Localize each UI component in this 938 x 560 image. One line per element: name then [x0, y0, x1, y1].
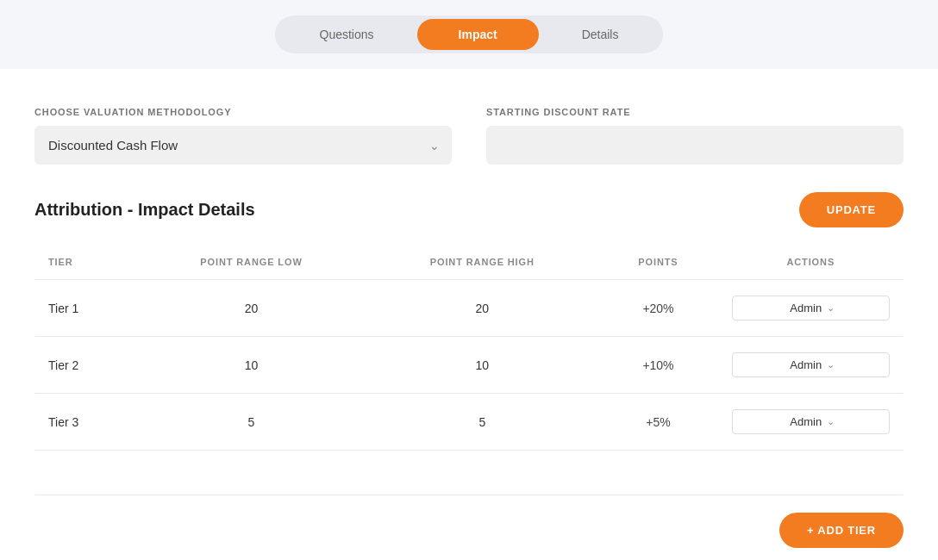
tier-1-action-cell: Admin ⌄ [718, 280, 904, 337]
table-row: Tier 1 20 20 +20% Admin ⌄ [34, 280, 904, 337]
update-button[interactable]: UPDATE [799, 192, 904, 227]
methodology-label: CHOOSE VALUATION METHODOLOGY [34, 107, 452, 117]
discount-rate-field-group: STARTING DISCOUNT RATE [486, 107, 904, 165]
tier-3-point-low: 5 [137, 394, 366, 451]
bottom-row: + ADD TIER [34, 495, 904, 557]
tier-3-action-cell: Admin ⌄ [718, 394, 904, 451]
tier-1-point-high: 20 [366, 280, 598, 337]
col-header-points: POINTS [598, 248, 717, 280]
tier-3-name: Tier 3 [34, 394, 137, 451]
tab-group: Questions Impact Details [275, 16, 664, 53]
tier-1-point-low: 20 [137, 280, 366, 337]
col-header-point-range-low: POINT RANGE LOW [137, 248, 366, 280]
tier-1-admin-select[interactable]: Admin ⌄ [732, 296, 890, 320]
add-tier-button[interactable]: + ADD TIER [779, 513, 904, 548]
tier-3-point-high: 5 [366, 394, 598, 451]
main-content: CHOOSE VALUATION METHODOLOGY Discounted … [0, 69, 938, 560]
tier-2-point-low: 10 [137, 337, 366, 394]
col-header-point-range-high: POINT RANGE HIGH [366, 248, 598, 280]
discount-rate-label: STARTING DISCOUNT RATE [486, 107, 904, 117]
empty-cell-5 [718, 451, 904, 495]
tab-questions[interactable]: Questions [278, 19, 416, 50]
valuation-row: CHOOSE VALUATION METHODOLOGY Discounted … [34, 90, 904, 165]
table-row: Tier 2 10 10 +10% Admin ⌄ [34, 337, 904, 394]
chevron-down-icon: ⌄ [827, 302, 835, 314]
empty-cell-4 [598, 451, 717, 495]
empty-cell-1 [34, 451, 137, 495]
empty-cell-2 [137, 451, 366, 495]
tab-impact[interactable]: Impact [417, 19, 539, 50]
table-body: Tier 1 20 20 +20% Admin ⌄ Tier 2 10 10 +… [34, 280, 904, 495]
tier-2-admin-select[interactable]: Admin ⌄ [732, 352, 890, 377]
tier-2-admin-label: Admin [790, 358, 822, 371]
chevron-down-icon: ⌄ [827, 416, 835, 427]
tier-3-points: +5% [598, 394, 717, 451]
tier-1-admin-label: Admin [790, 302, 822, 314]
section-header: Attribution - Impact Details UPDATE [34, 192, 904, 227]
chevron-down-icon: ⌄ [827, 359, 835, 370]
tier-2-points: +10% [598, 337, 717, 394]
table-row: Tier 3 5 5 +5% Admin ⌄ [34, 394, 904, 451]
section-title: Attribution - Impact Details [34, 200, 255, 220]
methodology-select-wrapper: Discounted Cash Flow Market Multiple Ass… [34, 126, 452, 165]
col-header-tier: TIER [34, 248, 137, 280]
discount-rate-input[interactable] [486, 126, 904, 165]
tier-1-name: Tier 1 [34, 280, 137, 337]
methodology-field-group: CHOOSE VALUATION METHODOLOGY Discounted … [34, 107, 452, 165]
methodology-select[interactable]: Discounted Cash Flow Market Multiple Ass… [34, 126, 452, 165]
col-header-actions: ACTIONS [718, 248, 904, 280]
tier-1-points: +20% [598, 280, 717, 337]
tab-details[interactable]: Details [541, 19, 660, 50]
table-header: TIER POINT RANGE LOW POINT RANGE HIGH PO… [34, 248, 904, 280]
tier-2-name: Tier 2 [34, 337, 137, 394]
tier-2-action-cell: Admin ⌄ [718, 337, 904, 394]
tier-2-point-high: 10 [366, 337, 598, 394]
tier-3-admin-label: Admin [790, 415, 822, 428]
empty-cell-3 [366, 451, 598, 495]
tab-nav: Questions Impact Details [0, 0, 938, 69]
empty-row [34, 451, 904, 495]
tier-3-admin-select[interactable]: Admin ⌄ [732, 409, 890, 434]
impact-table: TIER POINT RANGE LOW POINT RANGE HIGH PO… [34, 248, 904, 495]
